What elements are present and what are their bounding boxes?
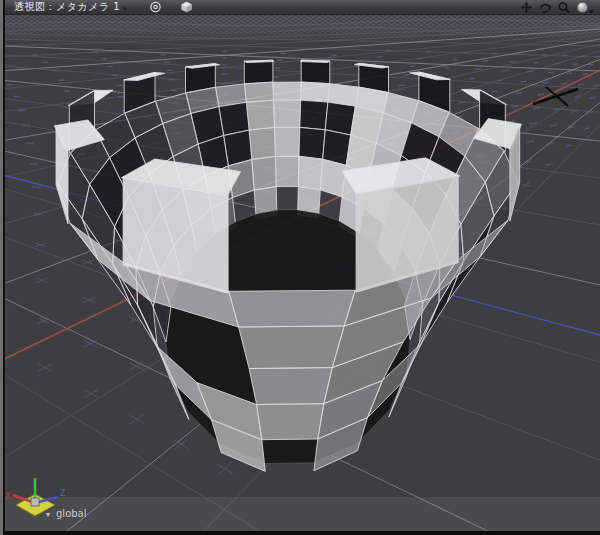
viewport-titlebar[interactable]: 透視図：メタカメラ 1 ▾ <box>5 0 600 15</box>
bottom-edge <box>0 531 600 535</box>
scene-svg[interactable]: X Z ▾ global <box>0 14 600 535</box>
coordinate-dropdown-icon: ▾ <box>46 510 50 519</box>
rotate-view-icon[interactable] <box>538 1 553 13</box>
viewport-window: 透視図：メタカメラ 1 ▾ <box>0 0 600 535</box>
zoom-view-icon[interactable] <box>557 1 571 13</box>
camera-dropdown-icon[interactable]: ▾ <box>123 5 127 13</box>
horizon-band <box>0 14 600 42</box>
bottom-overlay-bar <box>0 497 600 531</box>
gizmo-z-label: Z <box>60 489 66 498</box>
gizmo-x-label: X <box>5 492 11 501</box>
window-left-edge-inner <box>3 0 5 535</box>
rotation-center-icon[interactable] <box>149 1 162 13</box>
coordinate-mode-label: global <box>56 508 87 519</box>
object-cube-icon[interactable] <box>180 1 193 13</box>
gizmo-center-cube <box>31 498 39 506</box>
pan-view-icon[interactable] <box>519 1 534 13</box>
viewport-title: 透視図：メタカメラ 1 <box>14 0 120 14</box>
display-mode-icon[interactable] <box>576 1 594 13</box>
